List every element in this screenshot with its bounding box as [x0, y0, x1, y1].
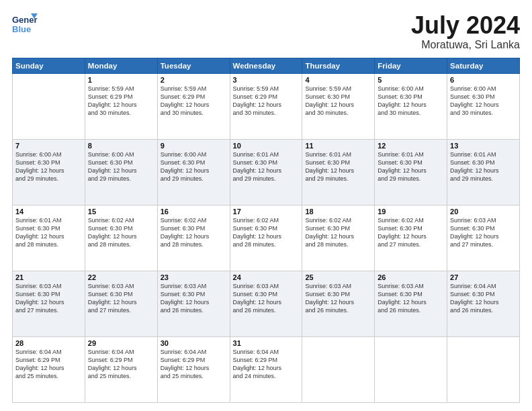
day-number: 7: [15, 142, 82, 150]
day-info: Sunrise: 6:04 AMSunset: 6:29 PMDaylight:…: [88, 348, 154, 381]
day-info: Sunrise: 6:00 AMSunset: 6:30 PMDaylight:…: [15, 150, 82, 183]
day-info: Sunrise: 6:04 AMSunset: 6:29 PMDaylight:…: [233, 348, 300, 381]
calendar-cell: 21Sunrise: 6:03 AMSunset: 6:30 PMDayligh…: [13, 271, 85, 336]
calendar-cell: [302, 336, 375, 402]
calendar-cell: 6Sunrise: 6:00 AMSunset: 6:30 PMDaylight…: [447, 73, 520, 139]
calendar-cell: 29Sunrise: 6:04 AMSunset: 6:29 PMDayligh…: [85, 336, 157, 402]
calendar-cell: 19Sunrise: 6:02 AMSunset: 6:30 PMDayligh…: [375, 205, 447, 271]
day-info: Sunrise: 5:59 AMSunset: 6:29 PMDaylight:…: [88, 85, 154, 118]
day-info: Sunrise: 6:02 AMSunset: 6:30 PMDaylight:…: [233, 216, 300, 249]
calendar-cell: 8Sunrise: 6:00 AMSunset: 6:30 PMDaylight…: [85, 139, 157, 205]
calendar-cell: 27Sunrise: 6:04 AMSunset: 6:30 PMDayligh…: [447, 271, 520, 336]
day-number: 17: [233, 208, 300, 216]
calendar-week-2: 7Sunrise: 6:00 AMSunset: 6:30 PMDaylight…: [13, 139, 520, 205]
day-number: 9: [161, 142, 227, 150]
calendar-cell: 4Sunrise: 5:59 AMSunset: 6:30 PMDaylight…: [302, 73, 375, 139]
day-info: Sunrise: 6:03 AMSunset: 6:30 PMDaylight:…: [88, 282, 154, 315]
col-saturday: Saturday: [447, 58, 520, 73]
day-info: Sunrise: 6:03 AMSunset: 6:30 PMDaylight:…: [305, 282, 371, 315]
day-number: 18: [305, 208, 371, 216]
day-number: 20: [450, 208, 517, 216]
day-number: 3: [233, 76, 300, 84]
day-number: 21: [15, 273, 82, 281]
calendar-cell: 7Sunrise: 6:00 AMSunset: 6:30 PMDaylight…: [13, 139, 85, 205]
calendar-week-5: 28Sunrise: 6:04 AMSunset: 6:29 PMDayligh…: [13, 336, 520, 402]
calendar-cell: 31Sunrise: 6:04 AMSunset: 6:29 PMDayligh…: [230, 336, 302, 402]
col-tuesday: Tuesday: [157, 58, 230, 73]
day-info: Sunrise: 5:59 AMSunset: 6:30 PMDaylight:…: [305, 85, 371, 118]
calendar-cell: 9Sunrise: 6:00 AMSunset: 6:30 PMDaylight…: [157, 139, 230, 205]
calendar-cell: 28Sunrise: 6:04 AMSunset: 6:29 PMDayligh…: [13, 336, 85, 402]
day-number: 16: [161, 208, 227, 216]
day-info: Sunrise: 5:59 AMSunset: 6:29 PMDaylight:…: [161, 85, 227, 118]
day-info: Sunrise: 6:00 AMSunset: 6:30 PMDaylight:…: [161, 150, 227, 183]
calendar-cell: 12Sunrise: 6:01 AMSunset: 6:30 PMDayligh…: [375, 139, 447, 205]
calendar-cell: 1Sunrise: 5:59 AMSunset: 6:29 PMDaylight…: [85, 73, 157, 139]
day-number: 10: [233, 142, 300, 150]
svg-text:Blue: Blue: [12, 24, 31, 34]
calendar-cell: 30Sunrise: 6:04 AMSunset: 6:29 PMDayligh…: [157, 336, 230, 402]
day-info: Sunrise: 6:03 AMSunset: 6:30 PMDaylight:…: [450, 216, 517, 249]
day-number: 2: [161, 76, 227, 84]
day-number: 23: [161, 273, 227, 281]
calendar-cell: 22Sunrise: 6:03 AMSunset: 6:30 PMDayligh…: [85, 271, 157, 336]
col-thursday: Thursday: [302, 58, 375, 73]
title-block: July 2024 Moratuwa, Sri Lanka: [411, 12, 520, 51]
day-number: 4: [305, 76, 371, 84]
day-info: Sunrise: 6:02 AMSunset: 6:30 PMDaylight:…: [378, 216, 444, 249]
day-number: 31: [233, 339, 300, 347]
day-number: 29: [88, 339, 154, 347]
day-info: Sunrise: 5:59 AMSunset: 6:29 PMDaylight:…: [233, 85, 300, 118]
calendar-cell: 24Sunrise: 6:03 AMSunset: 6:30 PMDayligh…: [230, 271, 302, 336]
day-info: Sunrise: 6:01 AMSunset: 6:30 PMDaylight:…: [450, 150, 517, 183]
day-info: Sunrise: 6:01 AMSunset: 6:30 PMDaylight:…: [305, 150, 371, 183]
day-number: 5: [378, 76, 444, 84]
calendar-week-4: 21Sunrise: 6:03 AMSunset: 6:30 PMDayligh…: [13, 271, 520, 336]
day-number: 28: [15, 339, 82, 347]
day-info: Sunrise: 6:01 AMSunset: 6:30 PMDaylight:…: [233, 150, 300, 183]
day-number: 25: [305, 273, 371, 281]
day-number: 15: [88, 208, 154, 216]
day-info: Sunrise: 6:02 AMSunset: 6:30 PMDaylight:…: [161, 216, 227, 249]
col-monday: Monday: [85, 58, 157, 73]
calendar-table: Sunday Monday Tuesday Wednesday Thursday…: [12, 58, 520, 403]
day-info: Sunrise: 6:04 AMSunset: 6:29 PMDaylight:…: [161, 348, 227, 381]
day-info: Sunrise: 6:03 AMSunset: 6:30 PMDaylight:…: [161, 282, 227, 315]
day-number: 6: [450, 76, 517, 84]
col-wednesday: Wednesday: [230, 58, 302, 73]
day-info: Sunrise: 6:03 AMSunset: 6:30 PMDaylight:…: [15, 282, 82, 315]
day-info: Sunrise: 6:04 AMSunset: 6:29 PMDaylight:…: [15, 348, 82, 381]
day-info: Sunrise: 6:00 AMSunset: 6:30 PMDaylight:…: [88, 150, 154, 183]
header-row: Sunday Monday Tuesday Wednesday Thursday…: [13, 58, 520, 73]
calendar-cell: 14Sunrise: 6:01 AMSunset: 6:30 PMDayligh…: [13, 205, 85, 271]
col-sunday: Sunday: [13, 58, 85, 73]
calendar-cell: 17Sunrise: 6:02 AMSunset: 6:30 PMDayligh…: [230, 205, 302, 271]
month-title: July 2024: [411, 12, 520, 39]
calendar-cell: 20Sunrise: 6:03 AMSunset: 6:30 PMDayligh…: [447, 205, 520, 271]
day-number: 11: [305, 142, 371, 150]
calendar-cell: 10Sunrise: 6:01 AMSunset: 6:30 PMDayligh…: [230, 139, 302, 205]
calendar-cell: 18Sunrise: 6:02 AMSunset: 6:30 PMDayligh…: [302, 205, 375, 271]
calendar-week-3: 14Sunrise: 6:01 AMSunset: 6:30 PMDayligh…: [13, 205, 520, 271]
day-number: 1: [88, 76, 154, 84]
calendar-cell: 26Sunrise: 6:03 AMSunset: 6:30 PMDayligh…: [375, 271, 447, 336]
day-info: Sunrise: 6:01 AMSunset: 6:30 PMDaylight:…: [378, 150, 444, 183]
calendar-cell: [375, 336, 447, 402]
logo-icon: General Blue: [12, 12, 38, 38]
header: General Blue July 2024 Moratuwa, Sri Lan…: [12, 12, 520, 51]
day-number: 14: [15, 208, 82, 216]
calendar-cell: [13, 73, 85, 139]
calendar-cell: 2Sunrise: 5:59 AMSunset: 6:29 PMDaylight…: [157, 73, 230, 139]
day-number: 22: [88, 273, 154, 281]
calendar-cell: [447, 336, 520, 402]
location: Moratuwa, Sri Lanka: [411, 39, 520, 51]
day-info: Sunrise: 6:02 AMSunset: 6:30 PMDaylight:…: [88, 216, 154, 249]
day-info: Sunrise: 6:03 AMSunset: 6:30 PMDaylight:…: [233, 282, 300, 315]
calendar-cell: 3Sunrise: 5:59 AMSunset: 6:29 PMDaylight…: [230, 73, 302, 139]
calendar-cell: 16Sunrise: 6:02 AMSunset: 6:30 PMDayligh…: [157, 205, 230, 271]
day-info: Sunrise: 6:01 AMSunset: 6:30 PMDaylight:…: [15, 216, 82, 249]
calendar-cell: 15Sunrise: 6:02 AMSunset: 6:30 PMDayligh…: [85, 205, 157, 271]
day-number: 24: [233, 273, 300, 281]
calendar-cell: 5Sunrise: 6:00 AMSunset: 6:30 PMDaylight…: [375, 73, 447, 139]
calendar-cell: 25Sunrise: 6:03 AMSunset: 6:30 PMDayligh…: [302, 271, 375, 336]
